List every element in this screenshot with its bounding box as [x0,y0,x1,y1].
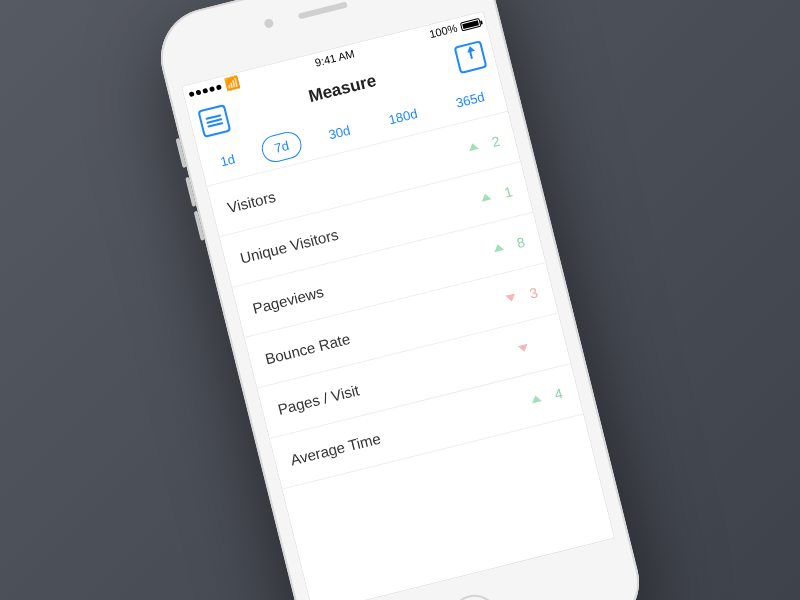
phone-speaker [298,2,348,20]
wifi-icon: 📶 [223,75,241,92]
metric-value: 4 [547,385,564,404]
metrics-list: Visitors 2 Unique Visitors 1 Pageviews 8 [206,111,615,600]
range-180d[interactable]: 180d [374,98,431,135]
metric-value: 2 [484,132,501,151]
trend-down-icon [518,344,529,353]
page-title: Measure [307,71,379,107]
screen: 📶 9:41 AM 100% Measure 1d 7d 30d 180d [181,11,615,600]
metric-label: Pages / Visit [276,381,361,418]
metric-value: 8 [509,233,526,252]
metric-value [536,342,550,345]
home-button[interactable] [445,590,503,600]
trend-down-icon [505,293,516,302]
metric-label: Visitors [226,188,278,216]
phone-camera [263,18,274,29]
trend-up-icon [530,394,541,403]
metric-label: Pageviews [251,283,326,317]
range-365d[interactable]: 365d [442,81,499,118]
range-30d[interactable]: 30d [314,115,364,150]
battery-icon [460,17,482,31]
signal-dots-icon [189,84,222,97]
range-7d[interactable]: 7d [259,129,305,165]
metric-value: 1 [496,183,513,202]
metric-label: Bounce Rate [263,330,351,367]
trend-up-icon [480,192,491,201]
metric-label: Unique Visitors [238,226,340,267]
range-1d[interactable]: 1d [206,144,249,178]
metric-value: 3 [522,284,539,303]
share-icon [462,49,479,66]
menu-icon [205,112,224,129]
phone-frame: 📶 9:41 AM 100% Measure 1d 7d 30d 180d [150,0,649,600]
metric-label: Average Time [289,430,383,469]
trend-up-icon [468,142,479,151]
menu-button[interactable] [197,104,231,138]
share-button[interactable] [454,40,488,74]
trend-up-icon [493,243,504,252]
